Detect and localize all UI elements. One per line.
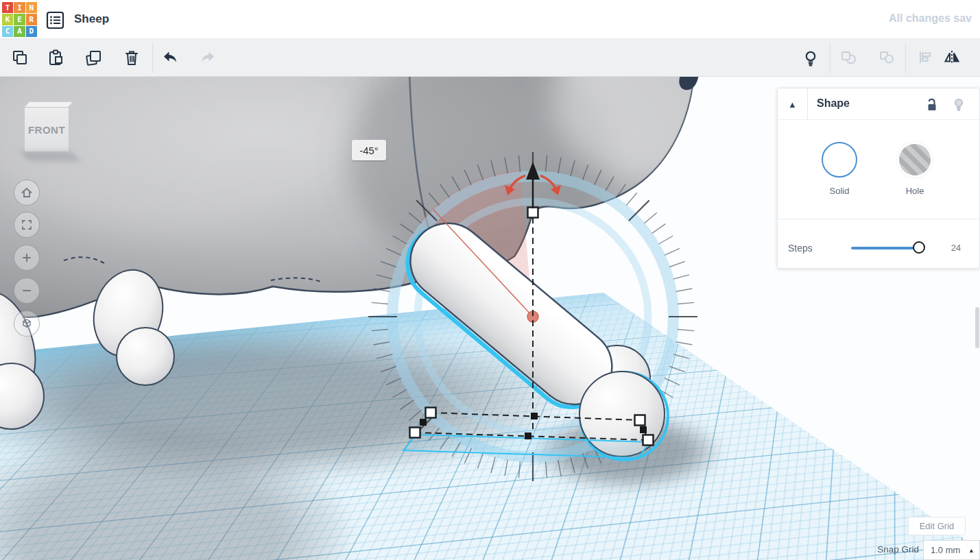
trash-icon — [122, 49, 141, 68]
scale-handle[interactable] — [643, 435, 654, 446]
scale-handle[interactable] — [635, 415, 645, 426]
solid-swatch[interactable] — [822, 142, 857, 178]
scale-handle[interactable] — [410, 428, 420, 438]
ortho-cube-icon — [20, 317, 34, 330]
shape-panel-title: Shape — [817, 97, 850, 110]
home-icon — [20, 186, 34, 199]
minus-icon — [20, 284, 34, 297]
logo-letter: T — [2, 2, 13, 13]
logo-letter: R — [26, 14, 37, 25]
hole-swatch[interactable] — [897, 142, 933, 178]
logo-letter: N — [26, 2, 37, 13]
edge-handle[interactable] — [640, 426, 647, 433]
collapse-panel-button[interactable]: ▲ — [778, 88, 808, 120]
logo-letter: D — [26, 26, 37, 37]
redo-button[interactable] — [193, 44, 222, 73]
snap-grid-dropdown[interactable]: 1.0 mm ▲ — [923, 540, 980, 560]
chevron-up-icon: ▲ — [968, 547, 979, 554]
fit-view-button[interactable] — [14, 212, 40, 238]
solid-label: Solid — [802, 186, 877, 196]
top-bar: T I N K E R C A D Sheep All changes sav — [0, 0, 980, 39]
paste-button[interactable] — [42, 44, 71, 73]
fit-view-icon — [20, 218, 34, 232]
align-button[interactable] — [911, 44, 940, 73]
scale-handle-top[interactable] — [528, 208, 538, 218]
undo-icon — [160, 49, 180, 68]
ungroup-button[interactable] — [873, 44, 902, 73]
hole-option[interactable]: Hole — [877, 142, 953, 196]
tinkercad-logo[interactable]: T I N K E R C A D — [2, 2, 37, 37]
toolbar-separator — [152, 43, 153, 73]
scale-handle[interactable] — [426, 408, 436, 418]
unlock-icon — [923, 97, 940, 113]
edge-handle[interactable] — [531, 413, 538, 419]
paste-icon — [47, 49, 66, 68]
list-icon — [46, 11, 64, 29]
hide-shape-button[interactable] — [951, 97, 967, 113]
sheep-ear — [679, 77, 699, 90]
shape-panel-header: ▲ Shape — [778, 88, 979, 120]
logo-letter: K — [2, 14, 13, 25]
redo-icon — [198, 49, 217, 68]
undo-button[interactable] — [156, 44, 184, 73]
ungroup-icon — [878, 49, 897, 68]
shape-inspector-panel: ▲ Shape Solid Hole Steps 24 — [777, 88, 980, 269]
edge-handle[interactable] — [420, 419, 427, 426]
logo-letter: I — [14, 2, 25, 13]
align-icon — [916, 49, 935, 68]
steps-slider-track[interactable] — [851, 247, 922, 249]
copy-icon — [11, 49, 30, 68]
copy-button[interactable] — [6, 44, 35, 73]
mirror-icon — [942, 49, 961, 68]
scrollbar-thumb[interactable] — [975, 307, 979, 348]
plus-icon — [20, 251, 34, 265]
toolbar-separator — [905, 43, 906, 73]
lightbulb-icon — [801, 49, 820, 68]
lightbulb-icon — [951, 97, 967, 113]
zoom-in-button[interactable] — [14, 245, 40, 271]
logo-letter: A — [14, 26, 25, 37]
snap-grid-value: 1.0 mm — [924, 545, 968, 555]
duplicate-icon — [84, 49, 104, 68]
snap-grid-label: Snap Grid — [850, 544, 919, 555]
panel-divider — [778, 219, 979, 219]
steps-slider-handle[interactable] — [913, 241, 925, 254]
duplicate-button[interactable] — [80, 44, 108, 73]
perspective-toggle-button[interactable] — [14, 311, 40, 337]
group-button[interactable] — [835, 44, 863, 73]
show-all-button[interactable] — [796, 44, 825, 73]
save-status-text: All changes sav — [889, 12, 980, 25]
logo-letter: C — [2, 26, 13, 37]
view-cube-shadow — [21, 152, 80, 160]
edge-handle[interactable] — [525, 433, 531, 439]
solid-option[interactable]: Solid — [802, 142, 877, 196]
home-view-button[interactable] — [14, 180, 40, 206]
logo-letter: E — [14, 14, 25, 25]
properties-menu-button[interactable] — [46, 11, 64, 29]
rotation-angle-badge: -45° — [352, 140, 386, 160]
toolbar-separator — [830, 43, 830, 73]
delete-button[interactable] — [117, 44, 146, 73]
group-icon — [839, 49, 859, 68]
steps-value: 24 — [942, 243, 970, 253]
view-cube-front-face[interactable]: FRONT — [24, 107, 69, 152]
hole-label: Hole — [877, 186, 953, 196]
editor-toolbar — [0, 39, 980, 77]
edit-grid-button[interactable]: Edit Grid — [908, 517, 966, 535]
zoom-out-button[interactable] — [14, 278, 40, 304]
design-title[interactable]: Sheep — [74, 12, 109, 26]
steps-label: Steps — [788, 243, 813, 254]
lock-button[interactable] — [923, 97, 940, 113]
mirror-button[interactable] — [937, 44, 966, 73]
